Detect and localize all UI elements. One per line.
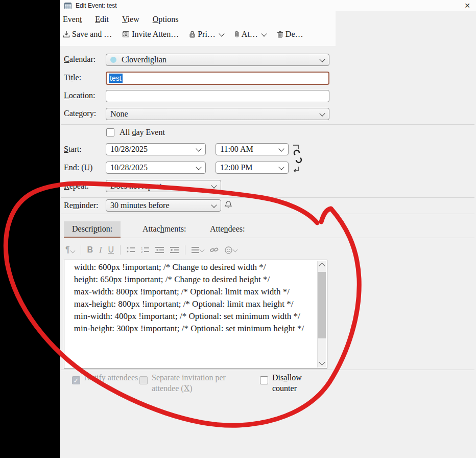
underline-icon[interactable]: U — [108, 245, 114, 255]
chevron-down-icon — [196, 146, 201, 151]
calendar-label: Calendar: — [64, 55, 96, 64]
separator — [61, 124, 474, 125]
start-date-dropdown[interactable]: 10/28/2025 — [106, 143, 206, 155]
tab-attendees[interactable]: Attendees: — [202, 221, 253, 237]
reminder-dropdown[interactable]: 30 minutes before — [106, 199, 221, 212]
italic-icon[interactable]: I — [99, 245, 102, 255]
separate-invitation-checkbox[interactable] — [139, 376, 148, 384]
disallow-counter-checkbox[interactable] — [260, 376, 268, 384]
numbered-list-icon[interactable]: 12 — [141, 246, 149, 254]
separate-invitation-label: Separate invitation per attendee (X) — [152, 372, 244, 394]
tab-description[interactable]: Description: — [64, 221, 121, 238]
align-icon[interactable] — [192, 247, 204, 253]
start-label: Start: — [64, 145, 82, 154]
scroll-up-icon[interactable] — [319, 263, 325, 269]
lock-icon — [189, 31, 196, 38]
chevron-down-icon — [211, 182, 217, 188]
repeat-dropdown[interactable]: Does not repeat — [106, 180, 221, 192]
end-time-dropdown[interactable]: 12:00 PM — [216, 162, 289, 174]
attach-button[interactable]: At… — [234, 30, 267, 39]
category-dropdown[interactable]: None — [106, 108, 329, 120]
notify-attendees-label: Notify attendees — [84, 372, 140, 384]
chevron-down-icon — [200, 247, 205, 252]
divider — [120, 245, 121, 255]
all-day-label: All day Event — [120, 128, 165, 137]
notify-attendees-option: ✓ Notify attendees — [72, 372, 140, 384]
titlebar: Edit Event: test ✕ — [60, 0, 476, 11]
bold-icon[interactable]: B — [87, 245, 93, 255]
reminder-label: Reminder: — [64, 201, 99, 210]
notify-attendees-checkbox[interactable]: ✓ — [72, 376, 80, 384]
calendar-dropdown[interactable]: Cloverdiglian — [106, 54, 329, 66]
menu-edit[interactable]: Edit — [94, 14, 110, 25]
chevron-down-icon — [196, 164, 201, 170]
close-button[interactable]: ✕ — [463, 1, 472, 10]
start-time-dropdown[interactable]: 11:00 AM — [216, 143, 289, 155]
chevron-down-icon — [278, 146, 284, 151]
selected-text: test — [109, 74, 123, 83]
description-textarea[interactable]: width: 600px !important; /* Change to de… — [64, 260, 327, 369]
repeat-label: Repeat: — [64, 181, 89, 191]
menubar: Event Edit View Options — [62, 14, 179, 25]
title-input[interactable]: test — [106, 72, 329, 85]
all-day-checkbox[interactable] — [106, 128, 114, 136]
window-title: Edit Event: test — [76, 2, 117, 9]
invite-attendees-icon — [122, 31, 130, 38]
separator — [61, 197, 474, 198]
menu-view[interactable]: View — [121, 14, 140, 25]
category-label: Category: — [64, 109, 96, 118]
menu-toolbar-panel: Event Edit View Options Save and … Invit… — [60, 11, 336, 46]
outdent-icon[interactable] — [155, 246, 164, 254]
scroll-down-icon[interactable] — [319, 359, 325, 365]
chevron-down-icon — [261, 31, 267, 36]
separator — [61, 370, 474, 370]
chevron-down-icon — [70, 248, 75, 254]
tab-attachments[interactable]: Attachments: — [134, 221, 194, 237]
editor-toolbar: ¶ B I U 12 — [65, 245, 237, 255]
link-start-end-times-icon[interactable] — [292, 144, 304, 172]
menu-event[interactable]: Event — [62, 14, 83, 25]
screenshot-stage: Edit Event: test ✕ Event Edit View Optio… — [0, 0, 476, 458]
chevron-down-icon — [211, 202, 217, 208]
scrollbar-thumb[interactable] — [318, 272, 326, 338]
emoji-icon[interactable] — [225, 246, 237, 254]
svg-text:2: 2 — [141, 250, 143, 254]
paperclip-icon — [234, 31, 240, 38]
bullet-list-icon[interactable] — [127, 246, 135, 254]
delete-button[interactable]: De… — [277, 30, 303, 39]
edit-event-dialog: Edit Event: test ✕ Event Edit View Optio… — [60, 0, 476, 458]
location-input[interactable] — [106, 90, 329, 102]
end-label: End: (U) — [64, 163, 92, 172]
invite-attendees-button[interactable]: Invite Atten… — [122, 30, 179, 39]
privacy-button[interactable]: Pri… — [189, 30, 224, 39]
scrollbar[interactable] — [317, 261, 326, 368]
calendar-app-icon — [64, 2, 72, 9]
indent-icon[interactable] — [170, 246, 179, 254]
separate-invitation-option: Separate invitation per attendee (X) — [139, 372, 244, 394]
chevron-down-icon — [278, 164, 284, 170]
title-label: Title: — [64, 73, 81, 82]
separator — [61, 238, 474, 238]
chevron-down-icon — [219, 31, 224, 36]
menu-options[interactable]: Options — [152, 14, 180, 25]
chevron-down-icon — [319, 110, 325, 116]
separator — [61, 214, 474, 214]
chevron-down-icon — [319, 56, 325, 62]
disallow-counter-option: Disallow counter — [260, 372, 313, 394]
save-icon — [63, 31, 70, 38]
end-date-dropdown[interactable]: 10/28/2025 — [106, 162, 206, 174]
save-and-close-button[interactable]: Save and … — [63, 30, 112, 39]
disallow-counter-label: Disallow counter — [272, 372, 313, 394]
divider — [81, 245, 81, 255]
description-content: width: 600px !important; /* Change to de… — [67, 261, 317, 368]
divider — [185, 245, 185, 255]
chevron-down-icon — [233, 247, 238, 252]
trash-icon — [277, 31, 283, 38]
location-label: Location: — [64, 91, 95, 100]
link-icon[interactable] — [210, 246, 219, 254]
bell-icon — [224, 200, 232, 209]
calendar-color-dot — [110, 57, 116, 63]
toolbar: Save and … Invite Atten… Pri… At… — [63, 30, 303, 39]
paragraph-style-icon[interactable]: ¶ — [65, 245, 75, 255]
svg-text:1: 1 — [141, 247, 143, 250]
